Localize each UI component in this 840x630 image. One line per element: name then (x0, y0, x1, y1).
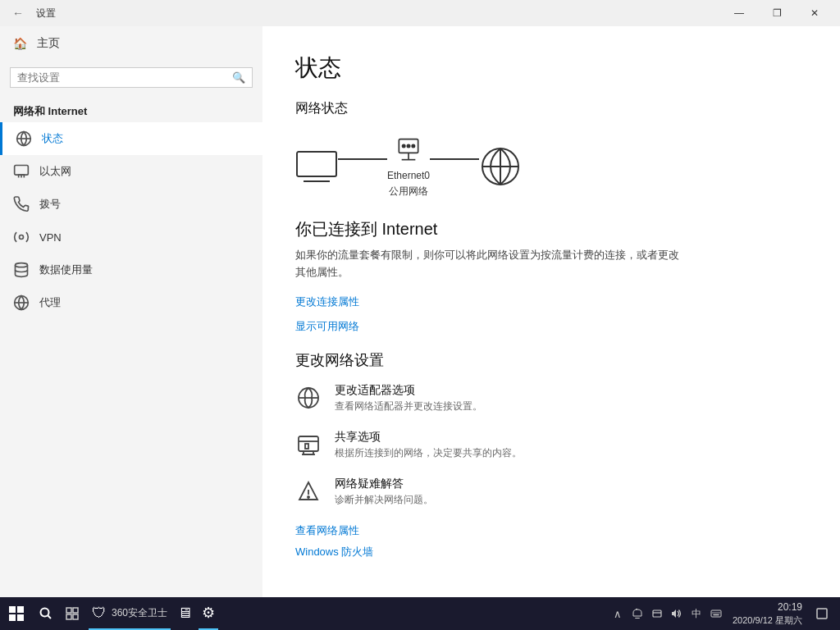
taskbar-pinned-360[interactable]: 🛡 360安全卫士 (89, 597, 171, 630)
adapter-desc: 查看网络适配器并更改连接设置。 (335, 399, 482, 413)
svg-point-5 (16, 263, 28, 267)
back-button[interactable]: ← (7, 2, 30, 25)
app-360-label: 360安全卫士 (112, 606, 167, 620)
adapter-icon (295, 385, 322, 411)
taskbar-right: ∧ 中 (609, 597, 840, 630)
tray-expand-icon[interactable]: ∧ (609, 601, 626, 626)
svg-rect-35 (66, 608, 71, 613)
sidebar-item-label-vpn: VPN (39, 231, 62, 244)
sidebar-item-label-data: 数据使用量 (39, 262, 93, 277)
page-title: 状态 (295, 52, 807, 84)
router-icon-container: Ethernet0 公用网络 (387, 134, 430, 199)
globe-icon (479, 145, 522, 188)
sidebar-item-dialup[interactable]: 拨号 (0, 188, 262, 221)
sidebar-item-proxy[interactable]: 代理 (0, 286, 262, 319)
svg-rect-38 (73, 614, 78, 619)
svg-point-16 (412, 144, 414, 147)
svg-rect-30 (17, 606, 24, 613)
bottom-links: 查看网络属性 Windows 防火墙 (295, 523, 807, 559)
svg-point-28 (308, 496, 309, 498)
svg-point-14 (403, 144, 405, 147)
connected-desc: 如果你的流量套餐有限制，则你可以将此网络设置为按流量计费的连接，或者更改其他属性… (295, 247, 689, 281)
tray-volume-icon[interactable] (669, 601, 685, 626)
change-network-title: 更改网络设置 (295, 350, 807, 370)
network-diagram: Ethernet0 公用网络 (295, 134, 807, 199)
ethernet-icon (13, 163, 30, 180)
sidebar-home-button[interactable]: 🏠 主页 (0, 26, 262, 61)
vpn-icon (13, 229, 30, 245)
sidebar-item-label-dialup: 拨号 (39, 197, 61, 212)
taskbar-pinned-network[interactable]: 🖥 (174, 597, 195, 630)
troubleshoot-text: 网络疑难解答 诊断并解决网络问题。 (335, 477, 433, 507)
svg-rect-29 (9, 606, 16, 613)
sharing-desc: 根据所连接到的网络，决定要共享的内容。 (335, 446, 522, 460)
window-controls: — ❐ ✕ (720, 0, 833, 26)
network-props-link[interactable]: 查看网络属性 (295, 523, 807, 538)
sharing-option: 共享选项 根据所连接到的网络，决定要共享的内容。 (295, 430, 807, 460)
sidebar-item-label-proxy: 代理 (39, 295, 61, 310)
taskbar: 🛡 360安全卫士 🖥 ⚙ ∧ (0, 597, 840, 630)
search-icon[interactable]: 🔍 (232, 71, 245, 84)
dialup-icon (13, 196, 30, 212)
change-props-link[interactable]: 更改连接属性 (295, 294, 807, 309)
svg-point-4 (20, 235, 24, 240)
search-input[interactable] (17, 71, 229, 84)
firewall-link[interactable]: Windows 防火墙 (295, 545, 807, 559)
svg-rect-2 (15, 166, 29, 176)
taskbar-search-button[interactable] (33, 600, 59, 627)
taskbar-pinned-settings[interactable]: ⚙ (199, 597, 218, 630)
search-box: 🔍 (10, 67, 253, 88)
tray-network-icon[interactable] (649, 601, 665, 626)
show-networks-link[interactable]: 显示可用网络 (295, 319, 807, 334)
sidebar-item-status[interactable]: 状态 (0, 122, 262, 155)
sharing-text: 共享选项 根据所连接到的网络，决定要共享的内容。 (335, 430, 522, 460)
restore-button[interactable]: ❐ (758, 0, 796, 26)
window-title: 设置 (36, 7, 56, 21)
app-settings-icon: ⚙ (202, 604, 215, 622)
sharing-icon (295, 431, 322, 458)
svg-rect-36 (73, 608, 78, 613)
network-type-label: 公用网络 (389, 185, 428, 199)
svg-rect-26 (305, 444, 308, 449)
tray-keyboard-icon[interactable] (708, 601, 724, 626)
svg-line-34 (48, 616, 52, 619)
globe-icon-container (479, 145, 522, 188)
main-area: 🏠 主页 🔍 网络和 Internet 状态 (0, 26, 840, 597)
line-1 (338, 158, 387, 160)
pc-icon-container (295, 150, 338, 183)
ethernet-label: Ethernet0 (387, 170, 430, 181)
tray-ime-icon[interactable]: 中 (688, 601, 705, 626)
titlebar: ← 设置 — ❐ ✕ (0, 0, 840, 26)
sidebar-item-ethernet[interactable]: 以太网 (0, 155, 262, 188)
start-button[interactable] (0, 597, 33, 630)
task-view-button[interactable] (59, 600, 85, 627)
notification-button[interactable] (810, 597, 833, 630)
tray-notification-icon[interactable] (629, 601, 646, 626)
sidebar-item-vpn[interactable]: VPN (0, 221, 262, 253)
troubleshoot-option: 网络疑难解答 诊断并解决网络问题。 (295, 477, 807, 507)
adapter-title[interactable]: 更改适配器选项 (335, 383, 482, 398)
taskbar-clock[interactable]: 20:19 2020/9/12 星期六 (728, 601, 807, 626)
svg-rect-51 (817, 609, 827, 619)
svg-marker-43 (672, 609, 676, 618)
router-icon (394, 134, 423, 167)
close-button[interactable]: ✕ (796, 0, 833, 26)
status-icon (16, 130, 32, 147)
data-icon (13, 262, 30, 278)
network-status-title: 网络状态 (295, 100, 807, 117)
sidebar-item-data[interactable]: 数据使用量 (0, 253, 262, 286)
sharing-title[interactable]: 共享选项 (335, 430, 522, 445)
sidebar-item-label-status: 状态 (42, 131, 63, 146)
home-icon: 🏠 (13, 37, 27, 50)
svg-rect-32 (17, 614, 24, 621)
minimize-button[interactable]: — (720, 0, 758, 26)
svg-rect-31 (9, 614, 16, 621)
adapter-text: 更改适配器选项 查看网络适配器并更改连接设置。 (335, 383, 482, 413)
clock-time: 20:19 (778, 601, 802, 614)
app-360-icon: 🛡 (92, 605, 107, 622)
pc-icon (295, 150, 338, 183)
troubleshoot-title[interactable]: 网络疑难解答 (335, 477, 433, 491)
svg-point-33 (41, 609, 49, 617)
svg-rect-37 (66, 614, 71, 619)
sidebar: 🏠 主页 🔍 网络和 Internet 状态 (0, 26, 262, 597)
